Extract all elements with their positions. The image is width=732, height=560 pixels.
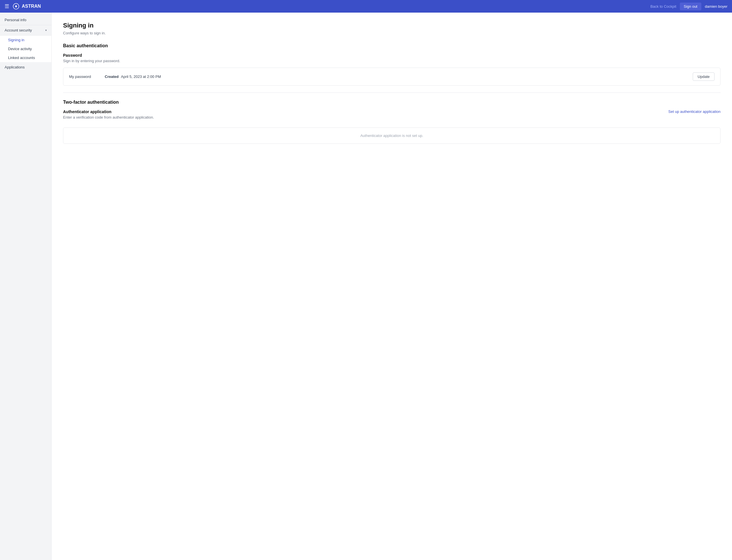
main-content: Signing in Configure ways to sign in. Ba… bbox=[52, 13, 732, 560]
created-label: Created bbox=[105, 74, 119, 79]
password-card-left: My password Created April 5, 2023 at 2:0… bbox=[69, 74, 161, 79]
layout: Personal info Account security ▾ Signing… bbox=[0, 13, 732, 560]
navbar-right: Back to Cockpit Sign out damien boyer bbox=[650, 3, 727, 10]
setup-authenticator-link[interactable]: Set up authenticator application bbox=[668, 109, 721, 114]
applications-label: Applications bbox=[5, 65, 25, 69]
chevron-down-icon: ▾ bbox=[45, 29, 47, 32]
sidebar-item-account-security[interactable]: Account security ▾ bbox=[0, 25, 51, 36]
update-password-button[interactable]: Update bbox=[693, 72, 715, 81]
page-title: Signing in bbox=[63, 22, 721, 29]
back-to-cockpit-link[interactable]: Back to Cockpit bbox=[650, 4, 676, 9]
menu-icon[interactable]: ☰ bbox=[5, 3, 9, 9]
account-security-label: Account security bbox=[5, 28, 32, 32]
astran-logo-icon bbox=[13, 3, 19, 10]
sign-out-button[interactable]: Sign out bbox=[680, 3, 702, 10]
page-subtitle: Configure ways to sign in. bbox=[63, 31, 721, 35]
linked-accounts-label: Linked accounts bbox=[8, 56, 35, 60]
sidebar-item-linked-accounts[interactable]: Linked accounts bbox=[0, 53, 51, 62]
device-activity-label: Device activity bbox=[8, 47, 32, 51]
created-section: Created April 5, 2023 at 2:00 PM bbox=[105, 74, 161, 79]
two-factor-header: Authenticator application Enter a verifi… bbox=[63, 109, 721, 124]
basic-auth-title: Basic authentication bbox=[63, 43, 721, 48]
navbar-username: damien boyer bbox=[705, 4, 727, 9]
signing-in-label: Signing in bbox=[8, 38, 24, 42]
logo: ASTRAN bbox=[13, 3, 650, 10]
svg-point-1 bbox=[15, 6, 17, 7]
password-card: My password Created April 5, 2023 at 2:0… bbox=[63, 68, 721, 86]
personal-info-label: Personal info bbox=[5, 18, 26, 22]
sidebar: Personal info Account security ▾ Signing… bbox=[0, 13, 52, 560]
auth-app-card: Authenticator application is not set up. bbox=[63, 127, 721, 144]
password-row-label: My password bbox=[69, 74, 91, 79]
password-section-title: Password bbox=[63, 53, 721, 58]
auth-app-info: Authenticator application Enter a verifi… bbox=[63, 109, 154, 124]
logo-text: ASTRAN bbox=[22, 4, 41, 9]
sidebar-item-signing-in[interactable]: Signing in bbox=[0, 36, 51, 44]
auth-app-empty-message: Authenticator application is not set up. bbox=[69, 133, 715, 138]
sidebar-item-applications[interactable]: Applications bbox=[0, 62, 51, 72]
sidebar-item-personal-info[interactable]: Personal info bbox=[0, 15, 51, 25]
two-factor-title: Two-factor authentication bbox=[63, 100, 721, 105]
auth-app-title: Authenticator application bbox=[63, 109, 154, 114]
auth-app-section: Authenticator application Enter a verifi… bbox=[63, 109, 721, 144]
sidebar-item-device-activity[interactable]: Device activity bbox=[0, 44, 51, 53]
password-section: Password Sign in by entering your passwo… bbox=[63, 53, 721, 86]
auth-app-desc: Enter a verification code from authentic… bbox=[63, 115, 154, 119]
password-section-desc: Sign in by entering your password. bbox=[63, 59, 721, 63]
navbar: ☰ ASTRAN Back to Cockpit Sign out damien… bbox=[0, 0, 732, 13]
created-value: April 5, 2023 at 2:00 PM bbox=[121, 74, 161, 79]
